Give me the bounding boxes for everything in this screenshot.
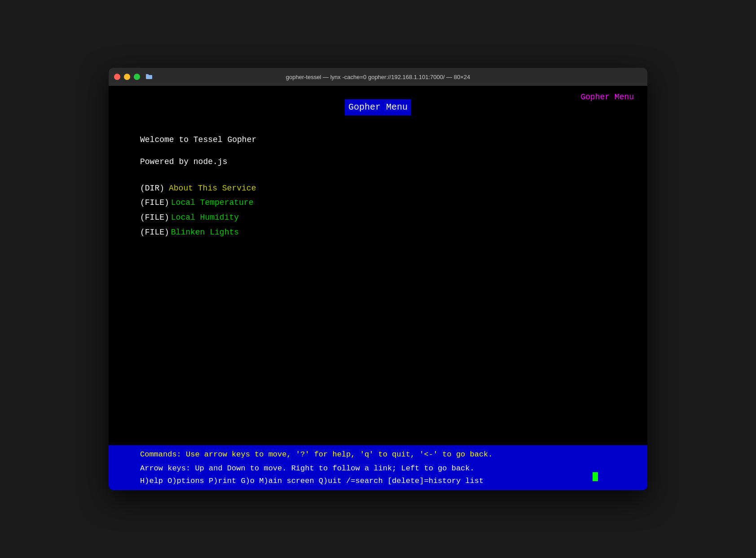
about-this-service-link[interactable]: About This Service <box>169 182 256 195</box>
help-keys-text: H)elp O)ptions P)rint G)o M)ain screen Q… <box>140 477 483 485</box>
content-area: Gopher Menu Welcome to Tessel Gopher Pow… <box>109 86 647 445</box>
window-title: gopher-tessel — lynx -cache=0 gopher://1… <box>286 74 470 80</box>
welcome-line1: Welcome to Tessel Gopher <box>140 133 616 146</box>
maximize-button[interactable] <box>134 74 140 80</box>
menu-item-2: (FILE) Local Humidity <box>140 211 616 224</box>
terminal-body: Gopher Menu Gopher Menu Welcome to Tesse… <box>109 86 647 490</box>
menu-item-type-2: (FILE) <box>140 211 169 224</box>
arrow-keys-line: Arrow keys: Up and Down to move. Right t… <box>140 462 616 475</box>
menu-items-list: (DIR) About This Service (FILE) Local Te… <box>140 182 616 239</box>
menu-item-3: (FILE) Blinken Lights <box>140 226 616 239</box>
menu-item-0: (DIR) About This Service <box>140 182 616 195</box>
commands-line: Commands: Use arrow keys to move, '?' fo… <box>140 449 616 461</box>
help-keys-line: H)elp O)ptions P)rint G)o M)ain screen Q… <box>140 475 616 487</box>
terminal-cursor <box>593 472 598 481</box>
title-bar: gopher-tessel — lynx -cache=0 gopher://1… <box>109 68 647 86</box>
menu-item-type-1: (FILE) <box>140 196 169 209</box>
close-button[interactable] <box>114 74 120 80</box>
menu-item-type-3: (FILE) <box>140 226 169 239</box>
folder-icon <box>145 73 153 80</box>
local-temperature-link[interactable]: Local Temperature <box>171 196 254 209</box>
menu-item-1: (FILE) Local Temperature <box>140 196 616 209</box>
status-bar: Commands: Use arrow keys to move, '?' fo… <box>109 445 647 491</box>
gopher-menu-title-area: Gopher Menu <box>140 99 616 124</box>
top-right-label: Gopher Menu <box>580 93 634 102</box>
terminal-window: gopher-tessel — lynx -cache=0 gopher://1… <box>109 68 647 490</box>
minimize-button[interactable] <box>124 74 130 80</box>
menu-item-type-0: (DIR) <box>140 182 167 195</box>
blinken-lights-link[interactable]: Blinken Lights <box>171 226 239 239</box>
local-humidity-link[interactable]: Local Humidity <box>171 211 239 224</box>
powered-line: Powered by node.js <box>140 155 616 168</box>
gopher-menu-title: Gopher Menu <box>345 99 411 115</box>
